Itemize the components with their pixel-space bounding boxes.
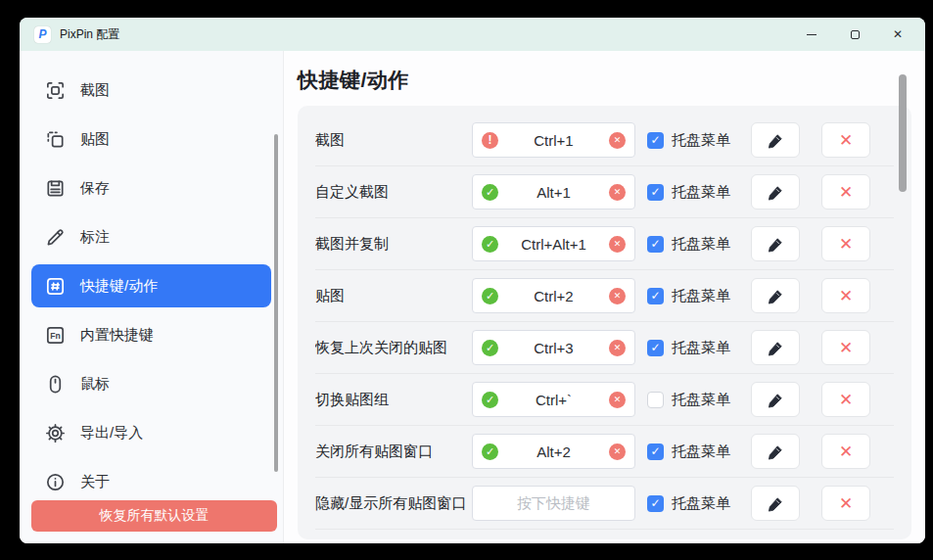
sidebar-item-label: 快捷键/动作 [80, 277, 158, 296]
edit-button[interactable] [751, 226, 800, 261]
action-label: 贴图 [315, 287, 472, 305]
tray-menu-label: 托盘菜单 [672, 183, 730, 202]
edit-button[interactable] [751, 434, 800, 469]
info-icon [44, 471, 67, 493]
delete-button[interactable]: ✕ [821, 486, 870, 521]
sidebar-item-about[interactable]: 关于 [31, 460, 271, 503]
delete-button[interactable]: ✕ [821, 278, 870, 313]
edit-pencil-icon [767, 131, 785, 150]
hotkey-input[interactable]: ! Ctrl+1 ✕ [472, 122, 635, 158]
hotkey-row: 贴图 ✓ Ctrl+2 ✕ ✓ 托盘菜单 ✕ [315, 270, 894, 322]
valid-check-icon: ✓ [482, 184, 498, 201]
tray-menu-label: 托盘菜单 [672, 391, 730, 409]
sidebar-scrollbar[interactable] [274, 134, 278, 472]
hotkey-input[interactable]: ✓ Ctrl+` ✕ [472, 382, 635, 417]
clear-hotkey-icon[interactable]: ✕ [609, 340, 626, 356]
main-content: 快捷键/动作 截图 ! Ctrl+1 ✕ ✓ 托盘菜单 ✕ 自定义截图 ✓ Al… [284, 51, 925, 543]
sidebar-item-label: 导出/导入 [80, 424, 143, 443]
valid-check-icon: ✓ [482, 392, 498, 408]
restore-defaults-button[interactable]: 恢复所有默认设置 [31, 500, 277, 532]
action-label: 关闭所有贴图窗口 [315, 443, 472, 461]
tray-menu-label: 托盘菜单 [672, 287, 730, 305]
sidebar-item-label: 截图 [80, 81, 110, 100]
hotkey-row: 隐藏/显示所有贴图窗口 按下快捷键 ✓ 托盘菜单 ✕ [315, 478, 894, 530]
clear-hotkey-icon[interactable]: ✕ [609, 288, 626, 304]
delete-button[interactable]: ✕ [821, 382, 870, 417]
hotkey-rows: 截图 ! Ctrl+1 ✕ ✓ 托盘菜单 ✕ 自定义截图 ✓ Alt+1 ✕ ✓… [298, 106, 911, 539]
edit-button[interactable] [751, 122, 800, 158]
edit-pencil-icon [767, 391, 785, 409]
action-label: 隐藏/显示所有贴图窗口 [315, 494, 472, 513]
tray-menu-checkbox[interactable]: ✓ [647, 184, 664, 201]
edit-button[interactable] [751, 278, 800, 313]
hotkey-row: 截图并复制 ✓ Ctrl+Alt+1 ✕ ✓ 托盘菜单 ✕ [315, 218, 894, 270]
close-button[interactable]: ✕ [876, 18, 919, 51]
tray-menu-label: 托盘菜单 [672, 131, 730, 150]
tray-menu-checkbox[interactable]: ✓ [647, 288, 664, 304]
sidebar-item-label: 保存 [80, 179, 110, 198]
sidebar-item-export-import[interactable]: 导出/导入 [31, 411, 271, 454]
delete-button[interactable]: ✕ [821, 174, 870, 210]
svg-text:Fn: Fn [50, 330, 61, 340]
delete-button[interactable]: ✕ [821, 330, 870, 365]
hotkey-input[interactable]: ✓ Ctrl+3 ✕ [472, 330, 635, 365]
window-body: 截图 贴图 保存 [20, 51, 925, 543]
page-title: 快捷键/动作 [298, 67, 911, 94]
sidebar-item-hotkeys[interactable]: 快捷键/动作 [31, 264, 271, 307]
tray-menu-checkbox[interactable]: ✓ [647, 340, 664, 356]
tray-menu-checkbox[interactable]: ✓ [647, 495, 664, 512]
action-label: 自定义截图 [315, 183, 472, 202]
clear-hotkey-icon[interactable]: ✕ [609, 184, 626, 201]
valid-check-icon: ✓ [482, 443, 498, 460]
clear-hotkey-icon[interactable]: ✕ [609, 392, 626, 408]
sidebar-item-save[interactable]: 保存 [31, 166, 271, 210]
edit-button[interactable] [751, 174, 800, 210]
sidebar-item-label: 关于 [80, 473, 110, 491]
action-label: 截图并复制 [315, 235, 472, 254]
hotkey-input[interactable]: ✓ Alt+2 ✕ [472, 434, 635, 469]
valid-check-icon: ✓ [482, 288, 498, 304]
edit-button[interactable] [751, 382, 800, 417]
conflict-warning-icon: ! [482, 132, 498, 149]
annotate-pencil-icon [44, 226, 67, 249]
hotkey-input[interactable]: ✓ Ctrl+2 ✕ [472, 278, 635, 313]
delete-button[interactable]: ✕ [821, 122, 870, 158]
tray-menu-label: 托盘菜单 [672, 235, 730, 254]
edit-button[interactable] [751, 330, 800, 365]
valid-check-icon: ✓ [482, 340, 498, 356]
action-label: 切换贴图组 [315, 391, 472, 409]
edit-pencil-icon [767, 494, 785, 513]
delete-button[interactable]: ✕ [821, 434, 870, 469]
edit-pencil-icon [767, 183, 785, 202]
clear-hotkey-icon[interactable]: ✕ [609, 132, 626, 149]
sidebar: 截图 贴图 保存 [20, 51, 284, 543]
content-scrollbar[interactable] [899, 74, 907, 192]
sidebar-item-annotate[interactable]: 标注 [31, 215, 271, 258]
clear-hotkey-icon[interactable]: ✕ [609, 443, 626, 460]
tray-menu-checkbox[interactable]: ✓ [647, 132, 664, 149]
sidebar-item-pin-image[interactable]: 贴图 [31, 117, 271, 161]
hotkey-input[interactable]: ✓ Alt+1 ✕ [472, 174, 635, 210]
sidebar-item-mouse[interactable]: 鼠标 [31, 362, 271, 405]
hotkey-value: 按下快捷键 [473, 494, 634, 513]
pixpin-config-window: P PixPin 配置 ✕ 截图 [20, 18, 925, 543]
edit-button[interactable] [751, 486, 800, 521]
minimize-button[interactable] [790, 18, 833, 51]
tray-menu-label: 托盘菜单 [672, 339, 730, 357]
gear-icon [44, 422, 67, 444]
sidebar-item-label: 内置快捷键 [80, 326, 154, 345]
tray-menu-checkbox[interactable]: ✓ [647, 443, 664, 460]
maximize-button[interactable] [833, 18, 876, 51]
delete-button[interactable]: ✕ [821, 226, 870, 261]
hotkey-row: 自定义截图 ✓ Alt+1 ✕ ✓ 托盘菜单 ✕ [315, 166, 894, 218]
clear-hotkey-icon[interactable]: ✕ [609, 236, 626, 253]
hotkey-input[interactable]: 按下快捷键 [472, 486, 635, 521]
hotkey-input[interactable]: ✓ Ctrl+Alt+1 ✕ [472, 226, 635, 261]
sidebar-item-builtin-hotkeys[interactable]: Fn 内置快捷键 [31, 313, 271, 356]
sidebar-item-label: 鼠标 [80, 375, 110, 394]
pixpin-logo-icon: P [34, 26, 51, 43]
tray-menu-checkbox[interactable] [647, 392, 664, 408]
sidebar-item-capture[interactable]: 截图 [31, 69, 271, 112]
tray-menu-checkbox[interactable]: ✓ [647, 236, 664, 253]
valid-check-icon: ✓ [482, 236, 498, 253]
